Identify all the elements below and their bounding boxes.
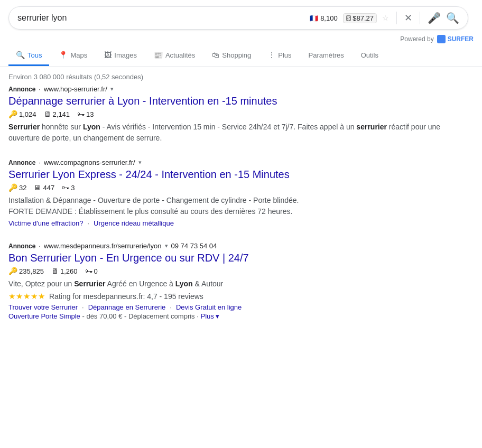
result-item: Annonce · www.hop-serrurier.fr/ ▾ Dépann… bbox=[8, 85, 474, 144]
result-title[interactable]: Serrurier Lyon Express - 24/24 - Interve… bbox=[8, 167, 474, 181]
sitelink-devis[interactable]: Devis Gratuit en ligne bbox=[176, 303, 242, 311]
bold-serrurier: Serrurier bbox=[74, 279, 105, 288]
link-sep: · bbox=[170, 303, 172, 311]
rating-text: Rating for mesdepanneurs.fr: 4,7 - 195 r… bbox=[49, 292, 203, 301]
bold-lyon: Lyon bbox=[83, 123, 100, 131]
result-metrics: 🔑 32 🖥 447 🗝 3 bbox=[8, 183, 474, 192]
tab-actualites-label: Actualités bbox=[165, 51, 195, 59]
link-sep: · bbox=[87, 219, 89, 227]
extra-link-plus[interactable]: Plus ▾ bbox=[200, 312, 219, 320]
sitelink-effraction[interactable]: Victime d'une effraction? bbox=[8, 219, 83, 227]
url-dropdown-arrow[interactable]: ▾ bbox=[138, 159, 142, 166]
metric-oldkey-value: 3 bbox=[71, 184, 75, 192]
search-bar-right: 🇫🇷 8,100 $ $87.27 ☆ ✕ 🎤 🔍 bbox=[310, 12, 459, 24]
ad-badge: Annonce bbox=[8, 86, 35, 93]
dollar-badge: $ $87.27 bbox=[343, 13, 377, 23]
metric-key: 🔑 1,024 bbox=[8, 110, 36, 118]
result-item: Annonce · www.mesdepanneurs.fr/serrureri… bbox=[8, 242, 474, 320]
screen-icon: 🖥 bbox=[34, 183, 41, 192]
bold-serrurier2: serrurier bbox=[356, 123, 387, 131]
result-metrics: 🔑 235,825 🖥 1,260 🗝 0 bbox=[8, 267, 474, 275]
result-extras: Ouverture Porte Simple - dès 70,00 € - D… bbox=[8, 312, 474, 320]
results-container: Annonce · www.hop-serrurier.fr/ ▾ Dépann… bbox=[0, 85, 482, 320]
result-sitelinks: Trouver votre Serrurier · Dépannage en S… bbox=[8, 303, 474, 311]
key-icon: 🔑 bbox=[8, 183, 17, 192]
ad-badge: Annonce bbox=[8, 242, 35, 250]
flag-count: 🇫🇷 8,100 bbox=[310, 14, 338, 22]
url-dropdown-arrow[interactable]: ▾ bbox=[165, 242, 168, 249]
tab-parametres-label: Paramètres bbox=[309, 51, 344, 59]
sitelink-depannage[interactable]: Dépannage en Serrurerie bbox=[88, 303, 166, 311]
result-title[interactable]: Bon Serrurier Lyon - En Urgence ou sur R… bbox=[8, 251, 474, 265]
tab-tous-label: Tous bbox=[27, 51, 42, 59]
tab-shopping[interactable]: 🛍 Shopping bbox=[205, 45, 258, 66]
metric-oldkey: 🗝 13 bbox=[77, 110, 94, 118]
star-3: ★ bbox=[23, 292, 30, 301]
oldkey-icon: 🗝 bbox=[77, 110, 85, 118]
sitelink-rideau[interactable]: Urgence rideau métallique bbox=[94, 219, 174, 227]
metric-oldkey-value: 0 bbox=[94, 267, 98, 275]
shopping-icon: 🛍 bbox=[212, 51, 219, 59]
powered-by-text: Powered by bbox=[400, 35, 433, 43]
actualites-icon: 📰 bbox=[154, 51, 163, 59]
search-query-text[interactable]: serrurier lyon bbox=[17, 13, 310, 23]
metric-key-value: 32 bbox=[19, 184, 26, 192]
tab-tous[interactable]: 🔍 Tous bbox=[8, 45, 49, 66]
results-info: Environ 3 080 000 résultats (0,52 second… bbox=[0, 67, 482, 85]
metric-screen-value: 2,141 bbox=[53, 110, 70, 118]
result-sitelinks: Victime d'une effraction? · Urgence ride… bbox=[8, 219, 474, 227]
result-ad-line: Annonce · www.hop-serrurier.fr/ ▾ bbox=[8, 85, 474, 93]
extra-link-ouverture[interactable]: Ouverture Porte Simple bbox=[8, 312, 80, 320]
key-icon: 🔑 bbox=[8, 110, 17, 118]
results-count-text: Environ 3 080 000 résultats (0,52 second… bbox=[8, 73, 143, 81]
result-item: Annonce · www.compagnons-serrurier.fr/ ▾… bbox=[8, 158, 474, 227]
tab-shopping-label: Shopping bbox=[222, 51, 251, 59]
images-icon: 🖼 bbox=[104, 51, 112, 59]
result-url: www.hop-serrurier.fr/ bbox=[44, 85, 107, 93]
search-submit-icon[interactable]: 🔍 bbox=[446, 12, 459, 24]
dollar-value: $87.27 bbox=[353, 14, 374, 22]
result-count: 8,100 bbox=[320, 14, 338, 22]
surfer-icon bbox=[437, 35, 446, 43]
tab-maps-label: Maps bbox=[70, 51, 87, 59]
result-dot-sep: · bbox=[39, 85, 41, 93]
bold-serrurier: Serrurier bbox=[8, 123, 40, 131]
sitelink-trouver[interactable]: Trouver votre Serrurier bbox=[8, 303, 78, 311]
tab-parametres[interactable]: Paramètres bbox=[301, 46, 351, 66]
close-icon[interactable]: ✕ bbox=[404, 12, 412, 24]
star-icon: ☆ bbox=[382, 14, 389, 22]
tab-outils[interactable]: Outils bbox=[354, 46, 386, 66]
divider bbox=[396, 12, 397, 24]
metric-screen-value: 1,260 bbox=[60, 267, 78, 275]
search-bar: serrurier lyon 🇫🇷 8,100 $ $87.27 ☆ ✕ 🎤 🔍 bbox=[8, 6, 468, 30]
microphone-icon[interactable]: 🎤 bbox=[428, 12, 441, 24]
metric-key: 🔑 235,825 bbox=[8, 267, 44, 275]
star-2: ★ bbox=[16, 292, 23, 301]
tab-plus[interactable]: ⋮ Plus bbox=[261, 45, 299, 66]
result-description: Serrurier honnête sur Lyon - Avis vérifi… bbox=[8, 122, 474, 144]
rating-line: ★ ★ ★ ★ ★ Rating for mesdepanneurs.fr: 4… bbox=[8, 292, 474, 301]
screen-icon: 🖥 bbox=[51, 267, 59, 275]
phone-number: 09 74 73 54 04 bbox=[171, 242, 217, 250]
star-4: ★ bbox=[31, 292, 38, 301]
tab-actualites[interactable]: 📰 Actualités bbox=[146, 45, 202, 66]
url-dropdown-arrow[interactable]: ▾ bbox=[110, 86, 114, 92]
screen-icon: 🖥 bbox=[44, 110, 51, 118]
result-title[interactable]: Dépannage serrurier à Lyon - Interventio… bbox=[8, 94, 474, 108]
tab-images[interactable]: 🖼 Images bbox=[97, 45, 144, 66]
result-metrics: 🔑 1,024 🖥 2,141 🗝 13 bbox=[8, 110, 474, 118]
tab-outils-label: Outils bbox=[361, 51, 378, 59]
bold-lyon: Lyon bbox=[175, 279, 193, 288]
result-description: Vite, Optez pour un Serrurier Agréé en U… bbox=[8, 278, 474, 290]
surfer-brand-name: SURFER bbox=[448, 35, 474, 43]
search-bar-container: serrurier lyon 🇫🇷 8,100 $ $87.27 ☆ ✕ 🎤 🔍 bbox=[0, 0, 482, 34]
metric-key-value: 1,024 bbox=[19, 110, 36, 118]
extra-sep: - dès 70,00 € - Déplacement compris · bbox=[82, 312, 200, 320]
tab-images-label: Images bbox=[114, 51, 137, 59]
plus-icon: ⋮ bbox=[268, 51, 275, 59]
result-ad-line: Annonce · www.mesdepanneurs.fr/serrureri… bbox=[8, 242, 474, 250]
tab-maps[interactable]: 📍 Maps bbox=[51, 45, 95, 66]
result-dot-sep: · bbox=[39, 242, 41, 250]
rating-stars: ★ ★ ★ ★ ★ bbox=[8, 292, 45, 301]
link-sep: · bbox=[82, 303, 84, 311]
